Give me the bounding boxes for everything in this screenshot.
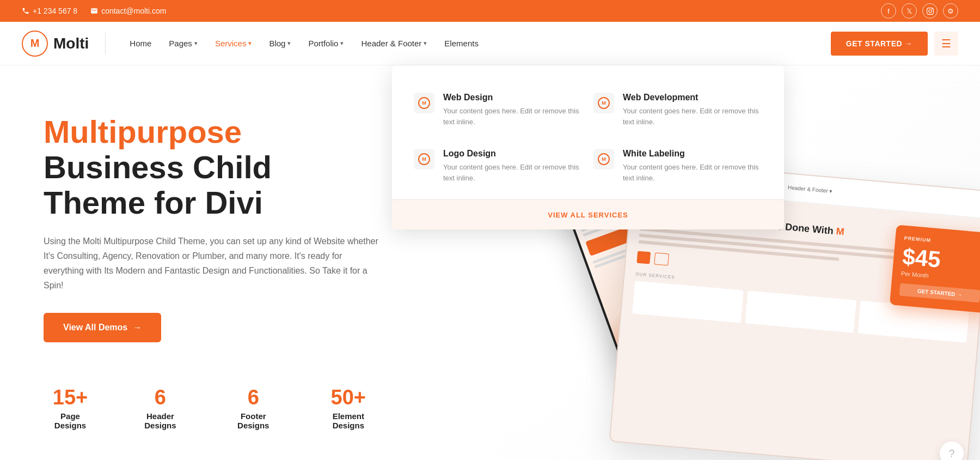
top-bar-left: +1 234 567 8 contact@molti.com (22, 7, 166, 15)
price-badge: PREMIUM (904, 235, 980, 248)
nav-divider (105, 33, 106, 55)
services-dropdown: M Web Design Your content goes here. Edi… (392, 65, 784, 229)
service-logo-design[interactable]: M Logo Design Your content goes here. Ed… (408, 138, 588, 194)
desktop-card-3 (858, 301, 969, 343)
service-white-label-desc: Your content goes here. Edit or remove t… (623, 162, 762, 183)
stat-header-designs: 6 Header Designs (130, 386, 191, 430)
stats-row: 15+ Page Designs 6 Header Designs 6 Foot… (44, 386, 381, 430)
desktop-card-2 (745, 291, 856, 333)
instagram-icon[interactable] (922, 3, 938, 19)
price-card: PREMIUM $45 Per Month GET STARTED → (890, 225, 980, 313)
stat-element-designs-label: Element Designs (316, 411, 381, 430)
desktop-btn-row (636, 251, 972, 293)
service-web-dev-text: Web Development Your content goes here. … (623, 93, 762, 127)
stat-element-designs-number: 50+ (316, 386, 381, 409)
service-logo-title: Logo Design (443, 149, 583, 159)
nav-elements[interactable]: Elements (437, 34, 486, 52)
view-all-services[interactable]: VIEW ALL SERVICES (392, 199, 784, 229)
service-logo-icon: M (418, 153, 430, 165)
facebook-icon[interactable]: f (881, 3, 896, 19)
get-started-button[interactable]: GET STARTED → (831, 32, 928, 56)
nav-header-footer[interactable]: Header & Footer ▾ (353, 34, 434, 52)
desktop-cta-btn (636, 251, 651, 264)
top-bar-social: f 𝕏 ⚙ (881, 3, 958, 19)
hero-description: Using the Molti Multipurpose Child Theme… (44, 234, 381, 293)
view-all-demos-button[interactable]: View All Demos → (44, 313, 161, 342)
hero-title-orange: Multipurpose (44, 114, 242, 149)
service-logo-desc: Your content goes here. Edit or remove t… (443, 162, 583, 183)
nav-pages[interactable]: Pages ▾ (161, 34, 205, 52)
service-web-design-title: Web Design (443, 93, 583, 102)
nav-right: GET STARTED → ☰ (831, 32, 958, 56)
nav-services[interactable]: Services ▾ (207, 34, 260, 52)
logo-icon: M (22, 31, 48, 57)
service-web-design-icon-box: M (414, 93, 434, 113)
service-web-dev-desc: Your content goes here. Edit or remove t… (623, 106, 762, 127)
desktop-cards (632, 281, 969, 343)
hero-title-rest: Business Child Theme for Divi (44, 149, 272, 220)
hero-content: Multipurpose Business Child Theme for Di… (0, 65, 414, 460)
navbar: M Molti Home Pages ▾ Services ▾ Blog ▾ P… (0, 22, 980, 65)
services-grid: M Web Design Your content goes here. Edi… (392, 65, 784, 194)
settings-icon[interactable]: ⚙ (943, 3, 958, 19)
service-web-dev-icon: M (598, 97, 610, 109)
service-web-design-text: Web Design Your content goes here. Edit … (443, 93, 583, 127)
service-white-labeling[interactable]: M White Labeling Your content goes here.… (588, 138, 768, 194)
hero-title: Multipurpose Business Child Theme for Di… (44, 114, 381, 221)
service-web-design[interactable]: M Web Design Your content goes here. Edi… (408, 82, 588, 138)
price-period: Per Month (901, 270, 980, 284)
nav-links: Home Pages ▾ Services ▾ Blog ▾ Portfolio… (122, 34, 831, 52)
stat-element-designs: 50+ Element Designs (316, 386, 381, 430)
desktop-section: OUR SERVICES (632, 272, 970, 343)
service-white-label-text: White Labeling Your content goes here. E… (623, 149, 762, 183)
stat-header-designs-label: Header Designs (130, 411, 191, 430)
phone-contact[interactable]: +1 234 567 8 (22, 7, 77, 15)
view-all-services-link[interactable]: VIEW ALL SERVICES (548, 211, 628, 219)
service-white-label-title: White Labeling (623, 149, 762, 159)
logo[interactable]: M Molti (22, 31, 89, 57)
stat-footer-designs-number: 6 (224, 386, 283, 409)
stat-header-designs-number: 6 (130, 386, 191, 409)
stat-page-designs: 15+ Page Designs (44, 386, 97, 430)
desktop-lines (638, 227, 973, 273)
help-icon[interactable]: ? (940, 441, 964, 460)
service-web-dev[interactable]: M Web Development Your content goes here… (588, 82, 768, 138)
price-amount: $45 (902, 245, 980, 275)
service-logo-icon-box: M (414, 149, 434, 170)
service-web-design-icon: M (418, 97, 430, 109)
phone-gray-lines-2 (592, 229, 683, 269)
service-web-design-desc: Your content goes here. Edit or remove t… (443, 106, 583, 127)
service-white-label-icon-box: M (593, 149, 614, 170)
twitter-icon[interactable]: 𝕏 (902, 3, 917, 19)
desktop-card-1 (632, 281, 743, 323)
desktop-section-label: OUR SERVICES (635, 272, 970, 306)
nav-portfolio[interactable]: Portfolio ▾ (301, 34, 351, 52)
service-logo-text: Logo Design Your content goes here. Edit… (443, 149, 583, 183)
nav-blog[interactable]: Blog ▾ (261, 34, 298, 52)
service-web-dev-title: Web Development (623, 93, 762, 102)
desktop-ghost-btn (654, 253, 669, 266)
stat-footer-designs-label: Footer Designs (224, 411, 283, 430)
stat-page-designs-number: 15+ (44, 386, 97, 409)
price-cta-button[interactable]: GET STARTED → (899, 283, 980, 302)
stat-footer-designs: 6 Footer Designs (224, 386, 283, 430)
email-contact[interactable]: contact@molti.com (90, 7, 166, 15)
top-bar: +1 234 567 8 contact@molti.com f 𝕏 ⚙ (0, 0, 980, 22)
logo-text: Molti (53, 35, 89, 52)
stat-page-designs-label: Page Designs (44, 411, 97, 430)
nav-home[interactable]: Home (122, 34, 159, 52)
service-white-label-icon: M (598, 153, 610, 165)
service-web-dev-icon-box: M (593, 93, 614, 113)
hamburger-menu-button[interactable]: ☰ (934, 32, 958, 56)
